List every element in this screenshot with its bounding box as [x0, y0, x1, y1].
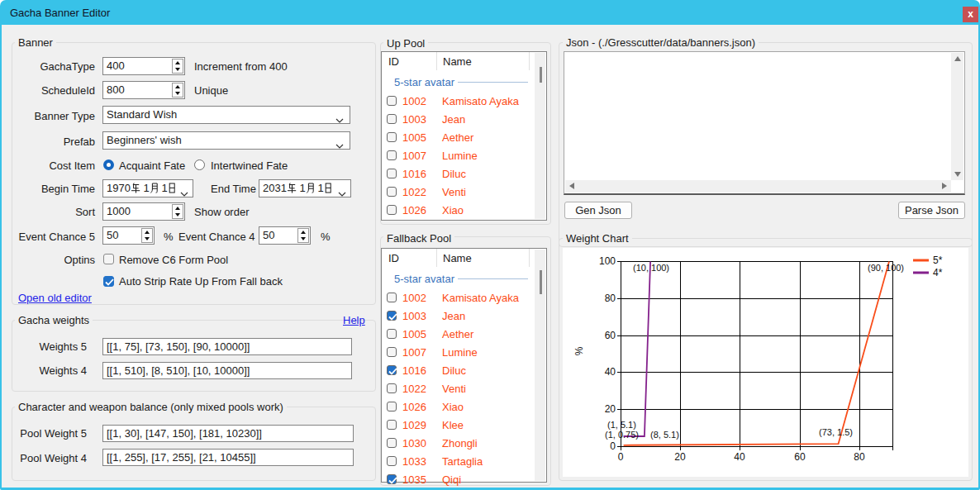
svg-text:20: 20	[605, 403, 616, 415]
svg-text:0: 0	[618, 451, 624, 463]
svg-text:80: 80	[605, 293, 616, 304]
svg-text:20: 20	[674, 451, 686, 463]
svg-text:60: 60	[605, 330, 616, 341]
svg-text:(73, 1.5): (73, 1.5)	[819, 427, 853, 437]
svg-text:(90, 100): (90, 100)	[868, 263, 904, 273]
svg-text:60: 60	[794, 451, 806, 463]
svg-text:0: 0	[610, 440, 616, 452]
svg-text:5*: 5*	[933, 255, 943, 266]
svg-text:(1, 0.75): (1, 0.75)	[605, 430, 639, 440]
svg-text:100: 100	[599, 255, 616, 267]
svg-text:(8, 5.1): (8, 5.1)	[650, 430, 679, 440]
svg-text:4*: 4*	[933, 267, 943, 278]
svg-text:%: %	[573, 346, 585, 355]
svg-text:40: 40	[734, 451, 745, 463]
svg-text:(1, 5.1): (1, 5.1)	[607, 420, 636, 430]
svg-text:(10, 100): (10, 100)	[633, 263, 669, 273]
svg-text:40: 40	[605, 366, 616, 378]
svg-text:80: 80	[854, 451, 865, 463]
